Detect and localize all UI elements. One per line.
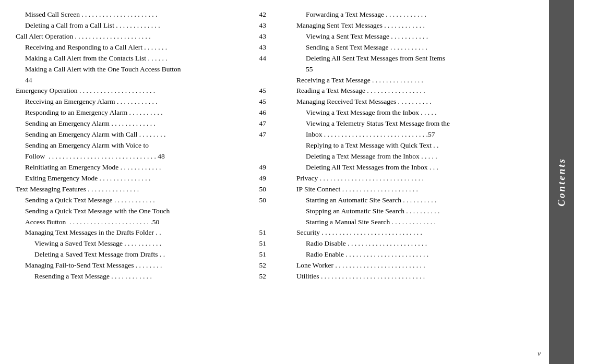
toc-entry-reinitiating-emergency: Reinitiating an Emergency Mode . . . . .…: [16, 162, 266, 173]
toc-entry-emergency-operation: Emergency Operation . . . . . . . . . . …: [16, 86, 266, 96]
toc-entry-quick-text: Sending a Quick Text Message . . . . . .…: [16, 195, 266, 206]
toc-entry-sending-emergency: Sending an Emergency Alarm . . . . . . .…: [16, 118, 266, 129]
toc-entry-emergency-voice-follow: Sending an Emergency Alarm with Voice to…: [16, 140, 266, 162]
toc-entry-receiving-call-alert: Receiving and Responding to a Call Alert…: [16, 42, 266, 53]
toc-entry-viewing-inbox: Viewing a Text Message from the Inbox . …: [287, 107, 564, 118]
toc-entry-reading-text: Reading a Text Message . . . . . . . . .…: [287, 86, 564, 96]
page-marker: v: [538, 349, 541, 358]
toc-entry-sending-sent: Sending a Sent Text Message . . . . . . …: [287, 42, 564, 53]
toc-entry-viewing-sent: Viewing a Sent Text Message . . . . . . …: [287, 31, 564, 42]
toc-entry-deleting-all-inbox: Deleting All Text Messages from the Inbo…: [287, 162, 564, 173]
toc-entry-deleting-saved: Deleting a Saved Text Message from Draft…: [16, 249, 266, 260]
toc-entry-radio-disable: Radio Disable . . . . . . . . . . . . . …: [287, 238, 564, 249]
toc-entry-auto-site-search-start: Starting an Automatic Site Search . . . …: [287, 195, 564, 206]
toc-entry-manual-site-search: Starting a Manual Site Search . . . . . …: [287, 217, 564, 228]
toc-entry-privacy: Privacy . . . . . . . . . . . . . . . . …: [287, 173, 564, 184]
contents-label: Contents: [556, 157, 567, 207]
toc-entry-managing-sent: Managing Sent Text Messages . . . . . . …: [287, 20, 564, 31]
toc-entry-quick-text-one-touch: Sending a Quick Text Message with the On…: [16, 206, 266, 228]
toc-entry-drafts-folder: Managing Text Messages in the Drafts Fol…: [16, 227, 266, 238]
toc-entry-managing-received: Managing Received Text Messages . . . . …: [287, 96, 564, 107]
left-column: Missed Call Screen . . . . . . . . . . .…: [0, 0, 277, 364]
contents-sidebar: Contents: [549, 0, 574, 364]
toc-entry-deleting-call: Deleting a Call from a Call List . . . .…: [16, 20, 266, 31]
page-container: Missed Call Screen . . . . . . . . . . .…: [0, 0, 597, 364]
toc-entry-call-alert-one-touch: Making a Call Alert with the One Touch A…: [16, 64, 266, 86]
toc-entry-call-alert-operation: Call Alert Operation . . . . . . . . . .…: [16, 31, 266, 42]
toc-entry-lone-worker: Lone Worker . . . . . . . . . . . . . . …: [287, 260, 564, 271]
toc-entry-exiting-emergency: Exiting Emergency Mode . . . . . . . . .…: [16, 173, 266, 184]
toc-entry-text-messaging: Text Messaging Features . . . . . . . . …: [16, 184, 266, 195]
toc-entry-responding-emergency: Responding to an Emergency Alarm . . . .…: [16, 107, 266, 118]
toc-entry-deleting-inbox: Deleting a Text Message from the Inbox .…: [287, 151, 564, 162]
toc-entry-deleting-all-sent: Deleting All Sent Text Messages from Sen…: [287, 53, 564, 75]
toc-entry-security: Security . . . . . . . . . . . . . . . .…: [287, 227, 564, 238]
toc-entry-resending: Resending a Text Message . . . . . . . .…: [16, 271, 266, 282]
right-column: Forwarding a Text Message . . . . . . . …: [277, 0, 574, 364]
toc-entry-telemetry-status: Viewing a Telemetry Status Text Message …: [287, 118, 564, 140]
toc-entry-receiving-emergency: Receiving an Emergency Alarm . . . . . .…: [16, 96, 266, 107]
toc-entry-ip-site-connect: IP Site Connect . . . . . . . . . . . . …: [287, 184, 564, 195]
toc-entry-auto-site-search-stop: Stopping an Automatic Site Search . . . …: [287, 206, 564, 217]
toc-entry-missed-call-screen: Missed Call Screen . . . . . . . . . . .…: [16, 9, 266, 20]
toc-entry-replying-quick-text: Replying to a Text Message with Quick Te…: [287, 140, 564, 151]
toc-entry-utilities: Utilities . . . . . . . . . . . . . . . …: [287, 271, 564, 282]
toc-entry-forwarding: Forwarding a Text Message . . . . . . . …: [287, 9, 564, 20]
toc-entry-viewing-saved: Viewing a Saved Text Message . . . . . .…: [16, 238, 266, 249]
toc-entry-making-call-alert-contacts: Making a Call Alert from the Contacts Li…: [16, 53, 266, 64]
toc-entry-radio-enable: Radio Enable . . . . . . . . . . . . . .…: [287, 249, 564, 260]
toc-entry-fail-to-send: Managing Fail-to-Send Text Messages . . …: [16, 260, 266, 271]
toc-entry-sending-emergency-call: Sending an Emergency Alarm with Call . .…: [16, 129, 266, 140]
toc-entry-receiving-text: Receiving a Text Message . . . . . . . .…: [287, 75, 564, 86]
